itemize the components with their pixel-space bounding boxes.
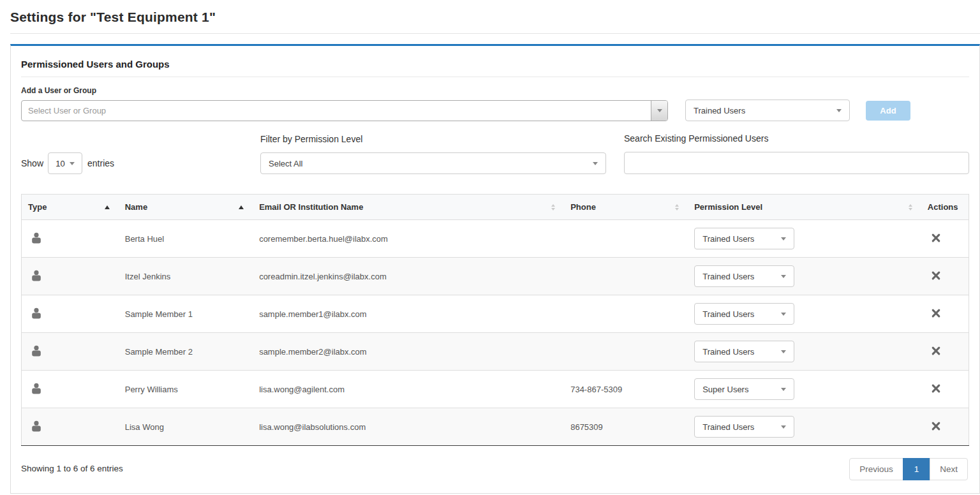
row-permission-select[interactable]: Super Users (694, 378, 794, 400)
remove-user-button[interactable] (928, 271, 940, 280)
chevron-down-icon (781, 313, 786, 316)
add-button[interactable]: Add (866, 101, 910, 121)
user-group-select[interactable]: Select User or Group (21, 100, 668, 121)
type-cell (22, 333, 119, 371)
name-cell: Sample Member 2 (119, 333, 253, 371)
email-cell: sample.member1@ilabx.com (253, 295, 564, 333)
sort-both-icon (675, 204, 679, 211)
row-permission-select[interactable]: Trained Users (694, 416, 794, 438)
chevron-down-icon (781, 388, 786, 391)
table-row: Itzel Jenkins coreadmin.itzel.jenkins@il… (22, 258, 969, 295)
remove-user-button[interactable] (928, 422, 940, 431)
row-permission-select[interactable]: Trained Users (694, 303, 794, 325)
search-label: Search Existing Permissioned Users (624, 133, 969, 144)
type-cell (22, 295, 119, 333)
sort-both-icon (551, 204, 555, 211)
table-row: Sample Member 1 sample.member1@ilabx.com… (22, 295, 969, 333)
table-footer: Showing 1 to 6 of 6 entries Previous 1 N… (21, 458, 969, 485)
row-permission-value: Trained Users (702, 234, 754, 244)
row-permission-select[interactable]: Trained Users (694, 341, 794, 362)
row-permission-select[interactable]: Trained Users (694, 265, 794, 287)
column-header-email[interactable]: Email OR Institution Name (253, 195, 564, 220)
name-cell: Lisa Wong (119, 408, 253, 446)
user-icon (28, 420, 41, 432)
add-user-group-label: Add a User or Group (21, 86, 969, 95)
column-header-permission-level[interactable]: Permission Level (688, 195, 921, 220)
column-header-phone[interactable]: Phone (564, 195, 688, 220)
permission-cell: Super Users (688, 371, 921, 408)
user-icon (28, 270, 41, 281)
table-row: Sample Member 2 sample.member2@ilabx.com… (22, 333, 969, 371)
user-email: coreadmin.itzel.jenkins@ilabx.com (259, 272, 387, 281)
remove-user-button[interactable] (928, 309, 940, 318)
user-icon (28, 307, 41, 319)
filter-permission-label: Filter by Permission Level (260, 134, 606, 144)
show-label: Show (21, 158, 43, 168)
column-header-actions: Actions (921, 195, 969, 220)
remove-user-button[interactable] (928, 384, 940, 393)
user-name: Perry Williams (125, 385, 178, 394)
row-permission-select[interactable]: Trained Users (694, 228, 794, 249)
page-size-value: 10 (56, 159, 64, 168)
search-group: Search Existing Permissioned Users (624, 133, 969, 174)
email-cell: lisa.wong@ilabsolutions.com (253, 408, 564, 446)
x-icon (932, 384, 940, 393)
pagination-next-button[interactable]: Next (930, 458, 968, 480)
permissioned-users-table: Type Name Email OR Institution Name Phon… (21, 194, 969, 446)
actions-cell (921, 220, 969, 258)
phone-cell: 734-867-5309 (564, 371, 688, 408)
table-header-row: Type Name Email OR Institution Name Phon… (22, 195, 969, 220)
row-permission-value: Trained Users (702, 422, 754, 432)
user-email: sample.member2@ilabx.com (259, 347, 367, 357)
user-name: Sample Member 1 (125, 309, 193, 319)
x-icon (932, 233, 940, 242)
column-header-type[interactable]: Type (22, 195, 119, 220)
page-size-select[interactable]: 10 (48, 152, 82, 174)
sort-both-icon (909, 204, 912, 211)
user-email: lisa.wong@agilent.com (259, 385, 345, 394)
sort-asc-icon (239, 205, 244, 209)
chevron-down-icon (781, 425, 786, 429)
actions-cell (921, 258, 969, 295)
entries-summary: Showing 1 to 6 of 6 entries (21, 464, 123, 473)
pagination-page-1-button[interactable]: 1 (903, 458, 931, 480)
type-cell (22, 371, 119, 408)
user-icon (28, 383, 41, 394)
filter-permission-select[interactable]: Select All (260, 152, 606, 174)
user-phone: 8675309 (570, 422, 603, 432)
permission-cell: Trained Users (688, 333, 921, 371)
type-cell (22, 258, 119, 295)
x-icon (932, 271, 940, 280)
entries-label: entries (87, 158, 114, 168)
add-permission-select[interactable]: Trained Users (685, 100, 850, 121)
name-cell: Itzel Jenkins (119, 258, 253, 295)
settings-page: Settings for "Test Equipment 1" Permissi… (0, 0, 980, 495)
user-email: lisa.wong@ilabsolutions.com (259, 422, 366, 432)
filter-permission-value: Select All (269, 159, 302, 168)
row-permission-value: Trained Users (702, 309, 754, 319)
chevron-down-icon (781, 350, 786, 353)
email-cell: coremember.berta.huel@ilabx.com (253, 220, 564, 258)
chevron-down-icon (593, 162, 598, 165)
select-open-button[interactable] (651, 101, 667, 121)
search-input[interactable] (624, 152, 969, 174)
user-name: Sample Member 2 (125, 347, 193, 357)
chevron-down-icon (657, 109, 662, 112)
section-heading: Permissioned Users and Groups (21, 59, 969, 77)
column-header-name[interactable]: Name (119, 195, 253, 220)
phone-cell (564, 333, 688, 371)
x-icon (932, 346, 940, 355)
email-cell: lisa.wong@agilent.com (253, 371, 564, 408)
chevron-down-icon (836, 109, 842, 112)
remove-user-button[interactable] (928, 346, 940, 355)
row-permission-value: Trained Users (702, 272, 754, 281)
remove-user-button[interactable] (928, 233, 940, 242)
user-name: Itzel Jenkins (125, 272, 171, 281)
permission-cell: Trained Users (688, 408, 921, 446)
add-permission-value: Trained Users (694, 106, 745, 115)
user-phone: 734-867-5309 (570, 385, 622, 394)
table-row: Berta Huel coremember.berta.huel@ilabx.c… (22, 220, 969, 258)
user-email: sample.member1@ilabx.com (259, 309, 367, 319)
pagination-previous-button[interactable]: Previous (849, 458, 903, 480)
row-permission-value: Super Users (702, 385, 748, 394)
